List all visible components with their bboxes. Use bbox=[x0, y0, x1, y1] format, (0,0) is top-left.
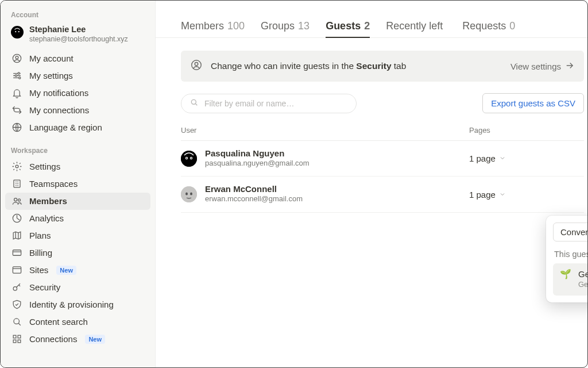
sidebar-section-workspace: Workspace bbox=[5, 144, 150, 158]
page-path: General / Company Home bbox=[578, 279, 587, 290]
svg-point-16 bbox=[13, 287, 17, 290]
sidebar-item-connections[interactable]: Connections New bbox=[5, 331, 150, 348]
svg-point-28 bbox=[186, 158, 187, 159]
sidebar-item-security[interactable]: Security bbox=[5, 279, 150, 296]
svg-point-7 bbox=[18, 77, 20, 79]
svg-rect-10 bbox=[13, 180, 20, 187]
sidebar-item-label: Security bbox=[29, 282, 60, 292]
view-settings-link[interactable]: View settings bbox=[510, 60, 575, 72]
sidebar-item-label: Teamspaces bbox=[29, 179, 78, 189]
svg-rect-21 bbox=[18, 340, 21, 343]
guests-table: User Pages Pasqualina Nguyen pasqualina.… bbox=[181, 126, 584, 213]
chevron-down-icon bbox=[499, 190, 506, 200]
arrow-right-icon bbox=[564, 60, 575, 72]
svg-rect-20 bbox=[13, 340, 16, 343]
chart-icon bbox=[11, 213, 22, 224]
svg-rect-14 bbox=[13, 250, 21, 256]
tabs: Members100 Groups13 Guests2 Recently lef… bbox=[156, 1, 587, 38]
chevron-down-icon bbox=[499, 154, 506, 163]
new-badge: New bbox=[56, 266, 76, 275]
sidebar-item-label: My notifications bbox=[29, 88, 88, 98]
svg-point-12 bbox=[18, 199, 20, 201]
avatar bbox=[181, 186, 197, 202]
avatar bbox=[11, 26, 24, 39]
svg-point-9 bbox=[16, 165, 18, 168]
tab-groups[interactable]: Groups13 bbox=[261, 14, 310, 38]
sidebar-item-label: Settings bbox=[29, 162, 60, 171]
sidebar-item-members[interactable]: Members bbox=[5, 193, 150, 210]
sidebar-item-billing[interactable]: Billing bbox=[5, 244, 150, 262]
page-title: General onboarding bbox=[578, 269, 587, 279]
svg-point-6 bbox=[15, 75, 17, 76]
tab-guests[interactable]: Guests2 bbox=[326, 14, 370, 38]
pages-dropdown[interactable]: 1 page bbox=[469, 190, 584, 200]
page-emoji-icon: 🌱 bbox=[560, 270, 571, 279]
svg-point-32 bbox=[190, 193, 192, 195]
user-name: Pasqualina Nguyen bbox=[205, 149, 310, 159]
tab-recently-left[interactable]: Recently left bbox=[386, 14, 446, 38]
svg-point-31 bbox=[185, 193, 188, 195]
sidebar-item-label: Sites bbox=[29, 265, 48, 275]
table-row: Erwan McConnell erwan.mcconnell@gmail.co… bbox=[181, 177, 584, 212]
profile-email: stephanie@toolsforthought.xyz bbox=[29, 34, 128, 44]
sidebar-item-teamspaces[interactable]: Teamspaces bbox=[5, 175, 150, 193]
pages-dropdown[interactable]: 1 page bbox=[469, 154, 584, 163]
main: Members100 Groups13 Guests2 Recently lef… bbox=[156, 1, 587, 367]
accessible-page[interactable]: 🌱 General onboarding General / Company H… bbox=[553, 263, 587, 296]
sidebar-item-language[interactable]: Language & region bbox=[5, 119, 150, 136]
sidebar-item-sites[interactable]: Sites New bbox=[5, 262, 150, 279]
bell-icon bbox=[11, 87, 22, 99]
sidebar-item-my-settings[interactable]: My settings bbox=[5, 67, 150, 85]
sliders-icon bbox=[11, 70, 22, 82]
profile-block[interactable]: Stephanie Lee stephanie@toolsforthought.… bbox=[5, 22, 150, 50]
sidebar-item-label: Members bbox=[29, 196, 67, 206]
convert-to-member-button[interactable]: Convert to member bbox=[553, 223, 587, 241]
svg-point-11 bbox=[14, 198, 17, 201]
browser-icon bbox=[11, 264, 22, 276]
sidebar-item-analytics[interactable]: Analytics bbox=[5, 210, 150, 227]
sidebar-item-label: My connections bbox=[29, 105, 89, 115]
tab-members[interactable]: Members100 bbox=[181, 14, 245, 38]
search-icon bbox=[11, 316, 22, 328]
svg-rect-18 bbox=[13, 335, 16, 338]
profile-name: Stephanie Lee bbox=[29, 25, 128, 34]
search-input[interactable] bbox=[204, 99, 348, 108]
guest-actions-popover: Convert to member Remove This guest can … bbox=[546, 216, 587, 302]
sidebar-item-identity[interactable]: Identity & provisioning bbox=[5, 296, 150, 313]
sidebar-item-my-notifications[interactable]: My notifications bbox=[5, 85, 150, 102]
sidebar-item-label: My settings bbox=[29, 71, 73, 80]
sidebar-item-content-search[interactable]: Content search bbox=[5, 313, 150, 331]
sidebar-item-my-connections[interactable]: My connections bbox=[5, 102, 150, 119]
shield-check-icon bbox=[11, 299, 22, 310]
arrows-icon bbox=[11, 105, 22, 116]
export-csv-button[interactable]: Export guests as CSV bbox=[482, 93, 584, 113]
security-banner: Change who can invite guests in the Secu… bbox=[181, 51, 584, 82]
user-name: Erwan McConnell bbox=[205, 185, 303, 194]
building-icon bbox=[11, 178, 22, 190]
sidebar-item-label: Language & region bbox=[29, 122, 102, 132]
svg-point-30 bbox=[181, 186, 197, 202]
sidebar-item-label: My account bbox=[29, 53, 74, 63]
person-circle-icon bbox=[190, 59, 203, 74]
sidebar-item-label: Connections bbox=[29, 334, 77, 344]
access-label: This guest can access this page: bbox=[554, 250, 587, 259]
sidebar-section-account: Account bbox=[5, 9, 150, 22]
svg-point-5 bbox=[18, 72, 20, 74]
person-circle-icon bbox=[11, 53, 22, 64]
sidebar-item-label: Content search bbox=[29, 317, 88, 327]
user-email: erwan.mcconnell@gmail.com bbox=[205, 194, 303, 204]
svg-point-17 bbox=[13, 319, 18, 324]
col-header-user: User bbox=[181, 126, 469, 135]
search-filter[interactable] bbox=[181, 94, 357, 113]
sidebar-item-plans[interactable]: Plans bbox=[5, 227, 150, 244]
tab-requests[interactable]: Requests0 bbox=[462, 14, 515, 38]
sidebar-item-my-account[interactable]: My account bbox=[5, 50, 150, 67]
key-icon bbox=[11, 282, 22, 293]
sidebar-item-settings[interactable]: Settings bbox=[5, 158, 150, 175]
globe-icon bbox=[11, 122, 22, 133]
user-email: pasqualina.nguyen@gmail.com bbox=[205, 159, 310, 168]
gear-icon bbox=[11, 161, 22, 172]
sidebar-item-label: Analytics bbox=[29, 213, 64, 223]
search-icon bbox=[189, 98, 199, 109]
sidebar-item-label: Identity & provisioning bbox=[29, 300, 114, 309]
